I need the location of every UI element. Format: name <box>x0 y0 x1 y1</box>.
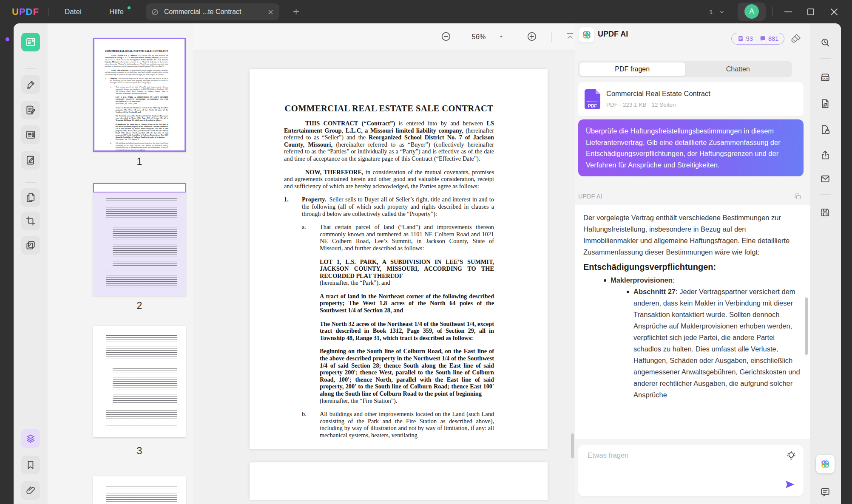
tab-pdf-fragen[interactable]: PDF fragen <box>579 62 685 76</box>
edit-document-button[interactable] <box>21 101 40 119</box>
avatar: A <box>744 4 759 19</box>
protect-document-icon <box>820 124 831 135</box>
thumbnail-page-number[interactable]: 2 <box>93 300 186 311</box>
bullet-dot <box>627 291 629 293</box>
logo-letter: U <box>12 6 19 17</box>
page-thumbnail-4[interactable] <box>93 476 186 504</box>
maximize-button[interactable] <box>805 6 817 18</box>
thumbnail-page-number[interactable]: 1 <box>93 156 186 167</box>
thumbnail-panel: COMMERCIAL REAL ESTATE SALE CONTRACT THI… <box>48 23 193 504</box>
file-meta: PDF · 223.1 KB · 12 Seiten <box>606 102 676 108</box>
minimize-button[interactable] <box>782 6 794 18</box>
reader-mode-icon <box>25 37 36 48</box>
user-message-bubble: Überprüfe die Haftungsfreistellungsbesti… <box>578 119 804 176</box>
zoom-dropdown-caret[interactable] <box>496 29 506 44</box>
save-button[interactable] <box>816 203 835 222</box>
svg-text:OCR: OCR <box>822 77 828 80</box>
sign-document-icon <box>25 155 36 166</box>
page-thumbnail-2[interactable] <box>93 183 186 296</box>
pdf-page-2[interactable] <box>250 462 548 500</box>
ai-clover-button[interactable] <box>816 455 835 473</box>
pdf-page-1[interactable]: COMMERCIAL REAL ESTATE SALE CONTRACT THI… <box>250 69 548 449</box>
save-icon <box>820 207 831 218</box>
crop-pages-button[interactable] <box>21 212 40 230</box>
tab-document-icon <box>151 8 159 16</box>
account-button[interactable]: A <box>738 3 766 21</box>
pdf-text-block: a.That certain parcel of land (“Land”) a… <box>302 224 494 252</box>
stamp-button[interactable] <box>21 236 40 255</box>
divider <box>772 7 773 16</box>
ocr-button[interactable]: OCR <box>816 68 835 87</box>
pdf-text-block: NOW, THEREFORE, in consideration of the … <box>105 69 168 76</box>
menu-datei[interactable]: Datei <box>65 0 82 23</box>
divider <box>551 31 552 42</box>
reader-mode-button[interactable] <box>21 33 40 51</box>
zoom-in-button[interactable] <box>524 29 540 44</box>
ai-clover-icon <box>820 459 831 470</box>
document-viewer: 56% 1 / 12 COMMERCIAL REAL ESTATE SALE C… <box>193 23 575 504</box>
protect-document-button[interactable] <box>816 120 835 139</box>
chevron-down-icon[interactable] <box>719 8 725 15</box>
document-file-card[interactable]: PDF Commercial Real Estate Contract PDF … <box>578 82 804 116</box>
updf-ai-logo <box>579 27 594 42</box>
file-name: Commercial Real Estate Contract <box>606 90 710 98</box>
ai-input-box[interactable] <box>578 445 804 496</box>
response-scrollbar[interactable] <box>805 297 808 355</box>
new-tab-button[interactable] <box>292 7 301 16</box>
mail-button[interactable] <box>816 170 835 188</box>
viewer-scrollbar[interactable] <box>571 433 574 458</box>
paperclip-button[interactable] <box>21 481 40 500</box>
chat-credit-count: 881 <box>768 35 778 42</box>
pdf-text-block: LOT 1, L.S. PARK, A SUBDIVISION IN LEE’S… <box>320 258 494 280</box>
menu-hilfe[interactable]: Hilfe <box>109 0 124 23</box>
pdf-text-block: (hereinafter, the “Park”), and <box>116 102 168 105</box>
clear-chat-button[interactable] <box>790 33 802 45</box>
reading-mode-button[interactable] <box>21 125 40 144</box>
send-message-icon[interactable] <box>784 479 796 490</box>
pdf-text-block: (hereinafter, the “Fire Station”). <box>116 138 168 140</box>
tab-chatten[interactable]: Chatten <box>685 62 791 76</box>
right-toolbar: OCR <box>810 23 841 504</box>
highlighter-icon <box>25 79 36 90</box>
tab-close-icon[interactable] <box>267 8 274 16</box>
pdf-text-block: (hereinafter, the “Fire Station”). <box>320 397 494 405</box>
sign-document-button[interactable] <box>21 151 40 170</box>
search-button[interactable] <box>816 33 835 52</box>
assistant-label: UPDF AI <box>578 193 602 200</box>
page-thumbnail-1[interactable]: COMMERCIAL REAL ESTATE SALE CONTRACT THI… <box>93 38 186 152</box>
viewport-indicator <box>93 183 186 193</box>
thumbnail-layers-button[interactable] <box>21 429 40 448</box>
reading-mode-icon <box>25 129 36 140</box>
edit-document-icon <box>25 105 36 116</box>
thumbnail-page-number[interactable]: 3 <box>93 445 186 457</box>
pdf-text-block: A tract of land in the Northeast corner … <box>116 107 168 113</box>
ai-credits-badge[interactable]: 93 881 <box>731 33 784 45</box>
page-thumbnail-3[interactable] <box>93 326 186 437</box>
organize-pages-button[interactable] <box>21 188 40 207</box>
mini-page-title: COMMERCIAL REAL ESTATE SALE CONTRACT <box>105 49 168 52</box>
comment-button[interactable] <box>816 483 835 501</box>
crop-pages-icon <box>25 215 36 227</box>
sidebar-divider <box>820 194 831 195</box>
highlighter-button[interactable] <box>21 75 40 94</box>
ask-input[interactable] <box>587 451 767 460</box>
sidebar-divider <box>25 182 36 183</box>
bookmark-button[interactable] <box>21 456 40 474</box>
pdf-text-block: THIS CONTRACT (“Contract”) is entered in… <box>284 120 494 162</box>
zoom-out-button[interactable] <box>438 29 454 44</box>
copy-response-icon[interactable] <box>794 193 802 201</box>
instance-count[interactable]: 1 <box>709 0 713 23</box>
pdf-text-block: a.That certain parcel of land (“Land”) a… <box>110 86 168 94</box>
response-sub-bullet: Abschnitt 27: Jeder Vertragspartner vers… <box>583 286 801 401</box>
thumbnail-preview: COMMERCIAL REAL ESTATE SALE CONTRACT THI… <box>94 39 185 150</box>
prompt-ideas-icon[interactable] <box>786 450 797 462</box>
document-tab[interactable]: Commercial ...te Contract <box>146 3 279 20</box>
zoom-level[interactable]: 56% <box>466 23 492 50</box>
logo-letter: P <box>19 6 26 17</box>
share-button[interactable] <box>816 146 835 164</box>
convert-document-button[interactable] <box>816 94 835 113</box>
pdf-text-block: (hereinafter, the “Park”), and <box>320 279 494 286</box>
close-window-button[interactable] <box>828 6 840 18</box>
tab-title: Commercial ...te Contract <box>164 8 264 16</box>
sidebar-divider <box>820 58 831 59</box>
